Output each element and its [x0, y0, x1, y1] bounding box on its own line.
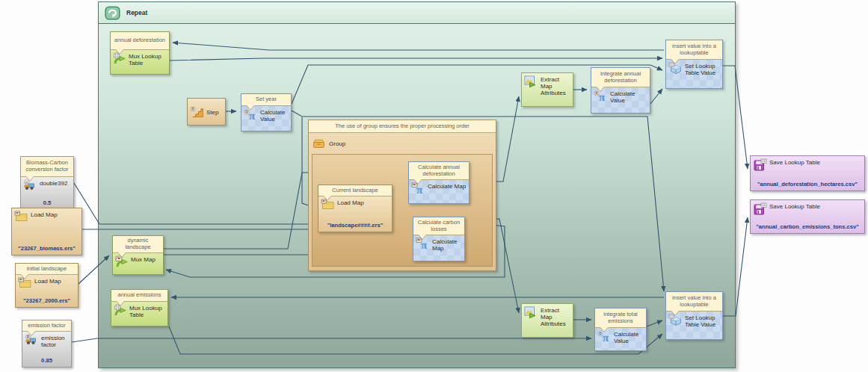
svg-text:π: π	[603, 332, 609, 344]
node-header: dynamic landscape	[113, 236, 163, 253]
node-label: Load Map	[34, 277, 61, 285]
node-label: Mux Lookup Table	[129, 52, 167, 66]
svg-text:n: n	[25, 181, 28, 185]
load-map-icon	[321, 199, 335, 210]
node-label: Mux Lookup Table	[129, 304, 166, 318]
extract-map-attributes-bottom-node[interactable]: Extract Map Attributes	[521, 303, 573, 338]
current-landscape-node[interactable]: Current landscapeLoad Map"landscape####.…	[318, 185, 393, 232]
annual-deforestation-mux-node[interactable]: annual deforestationMux Lookup Table	[110, 31, 170, 75]
number-r-icon: R	[25, 334, 39, 346]
svg-text:R: R	[27, 335, 30, 339]
set-year-node[interactable]: Set yearπRCalculate Value	[241, 93, 292, 131]
node-label: Set Lookup Table Value	[685, 314, 721, 328]
node-value: 0.85	[22, 357, 71, 364]
node-label: Set Lookup Table Value	[685, 62, 721, 76]
node-label: Load Map	[337, 199, 364, 206]
node-value: 0.5	[21, 199, 73, 206]
calculate-map-icon: π	[411, 182, 425, 195]
repeat-container-header: Repeat	[99, 2, 735, 24]
node-header: Calculate annual deforestation	[409, 162, 469, 180]
insert-value-lookuptable-top-node[interactable]: insert value into a lookuptableSet Looku…	[665, 40, 723, 89]
mux-lookup-table-icon	[114, 304, 127, 317]
node-value: "23267_2000.ers"	[16, 297, 78, 304]
group-icon	[312, 138, 326, 149]
node-label: double392	[40, 179, 67, 187]
diagram-canvas: Repeat annual deforestationMux Lookup Ta…	[0, 0, 868, 372]
svg-text:R: R	[245, 111, 248, 114]
node-label: Extract Map Attributes	[541, 306, 571, 328]
mux-lookup-table-icon	[113, 52, 126, 65]
emission-factor-node[interactable]: emission factorRemission factor0.85	[22, 320, 72, 368]
node-header: integrate total emissions	[595, 309, 646, 328]
dynamic-landscape-node[interactable]: dynamic landscapeMux Map	[112, 235, 164, 275]
extract-map-attributes-icon	[524, 75, 538, 88]
node-header: annual deforestation	[111, 32, 169, 50]
initial-landscape-node[interactable]: initial landscapeLoad Map"23267_2000.ers…	[15, 263, 79, 308]
calculate-map-icon: π	[416, 238, 430, 250]
node-header: The use of group ensures the proper proc…	[309, 120, 496, 133]
node-header: insert value into a lookuptable	[666, 40, 722, 60]
node-label: Extract Map Attributes	[541, 75, 571, 97]
node-label: Calculate Value	[614, 330, 644, 344]
repeat-icon	[105, 6, 120, 20]
insert-value-lookuptable-bottom-node[interactable]: insert value into a lookuptableSet Looku…	[665, 291, 723, 340]
load-map-icon	[18, 277, 32, 288]
node-value: "annual_carbon_emissions_tons.csv"	[751, 223, 864, 230]
load-map-biomass-node[interactable]: Load Map"23267_biomass.ers"	[11, 208, 82, 255]
node-label: Mux Map	[131, 255, 156, 263]
number-n-icon: n	[23, 179, 37, 191]
load-map-icon	[14, 211, 28, 222]
annual-emissions-node[interactable]: annual emissionsMux Lookup Table	[111, 289, 168, 326]
repeat-label: Repeat	[126, 9, 147, 16]
node-header: Integrate annual deforestation	[591, 68, 650, 87]
extract-map-attributes-top-node[interactable]: Extract Map Attributes	[521, 72, 573, 107]
node-header: emission factor	[22, 320, 71, 332]
node-value: "landscape####.ers"	[318, 222, 392, 229]
node-label: Group	[329, 140, 345, 147]
svg-text:R: R	[599, 332, 602, 336]
svg-text:R: R	[595, 92, 598, 96]
node-header: annual emissions	[111, 290, 167, 302]
node-label: Calculate Value	[610, 90, 648, 104]
step-node[interactable]: RStep	[187, 98, 226, 125]
node-header: insert value into a lookuptable	[666, 292, 722, 311]
calculate-carbon-losses-node[interactable]: Calculate carbon lossesπCalculate Map	[413, 217, 465, 261]
save-lookup-table-deforestation-node[interactable]: Save Lookup Table"annual_deforestation_h…	[750, 155, 865, 191]
node-header: Biomass-Carbon conversion factor	[21, 157, 73, 177]
extract-map-attributes-icon	[524, 306, 538, 319]
set-lookup-table-value-icon	[668, 62, 683, 75]
node-value: "annual_deforestation_hectares.csv"	[751, 181, 864, 187]
node-header: Calculate carbon losses	[413, 217, 464, 235]
node-header: Set year	[241, 94, 291, 106]
node-label: Save Lookup Table	[769, 202, 820, 210]
svg-text:R: R	[191, 108, 194, 111]
svg-text:π: π	[599, 91, 606, 103]
save-lookup-table-icon	[753, 202, 767, 215]
node-header: initial landscape	[16, 264, 78, 275]
svg-text:π: π	[249, 110, 256, 122]
node-label: Calculate Map	[428, 182, 466, 190]
node-label: emission factor	[41, 334, 70, 348]
node-value: "23267_biomass.ers"	[12, 245, 81, 252]
calculate-value-icon: πR	[594, 90, 608, 102]
node-label: Calculate Value	[260, 108, 289, 123]
save-lookup-table-icon	[753, 158, 767, 171]
step-icon: R	[190, 106, 204, 118]
calculate-value-icon: πR	[597, 330, 612, 343]
node-label: Step	[206, 108, 218, 116]
mux-map-icon	[115, 255, 129, 268]
node-label: Load Map	[31, 211, 58, 218]
integrate-annual-deforestation-node[interactable]: Integrate annual deforestationπRCalculat…	[591, 67, 650, 114]
node-label: Calculate Map	[432, 238, 463, 252]
biomass-carbon-conversion-factor-node[interactable]: Biomass-Carbon conversion factorndouble3…	[20, 156, 74, 210]
node-header: Current landscape	[318, 185, 392, 196]
node-label: Save Lookup Table	[769, 158, 820, 166]
integrate-total-emissions-node[interactable]: integrate total emissionsπRCalculate Val…	[594, 308, 647, 351]
save-lookup-table-emissions-node[interactable]: Save Lookup Table"annual_carbon_emission…	[750, 199, 865, 234]
calculate-annual-deforestation-node[interactable]: Calculate annual deforestationπCalculate…	[408, 161, 470, 204]
set-lookup-table-value-icon	[668, 314, 683, 326]
calculate-value-icon: πR	[244, 108, 258, 121]
